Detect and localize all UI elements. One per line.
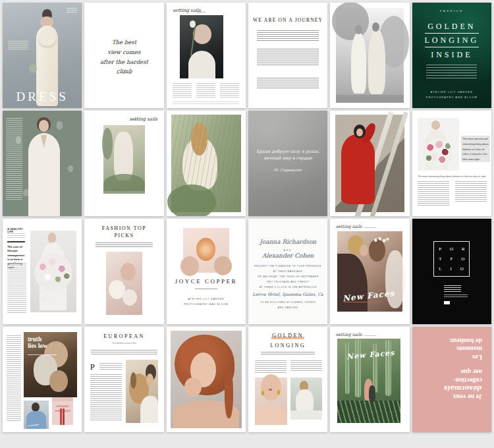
photo-portrait: [171, 331, 242, 428]
page-title-line: PICKS: [84, 233, 163, 238]
figure-dress: [188, 51, 215, 78]
lace-flower: [123, 289, 137, 306]
flower: [190, 20, 196, 28]
header-rule: [196, 12, 206, 13]
page-title-line: FASHION TOP: [84, 225, 163, 231]
figure-face: [39, 120, 48, 132]
quote-line: The best: [84, 38, 163, 47]
earring: [277, 390, 280, 395]
cactus-column: [345, 342, 350, 394]
photo-earring: [255, 378, 287, 425]
french-line: de bonheur.: [420, 336, 482, 345]
hair-strand: [225, 370, 233, 418]
text-lines: [67, 8, 77, 13]
hand-skin: [214, 256, 232, 275]
calligraphy-quote: Храни добрую силу в руках,: [248, 149, 327, 154]
veil: [385, 250, 405, 308]
figure-skin: [49, 370, 68, 393]
portfolio-frame: POR TFO LIO: [433, 241, 470, 277]
text-column: [418, 181, 449, 206]
overlay-line: BALINESE: [34, 279, 63, 287]
invite-line: TO BE FOLLOWED BY DINNER, DRINKS: [248, 301, 327, 304]
figure-dress-dark: [369, 385, 375, 403]
mini-cover-title: elegant emotions: [52, 404, 73, 412]
dog-ear: [130, 372, 136, 389]
photo-slip-dress: [290, 378, 322, 420]
photo-title: truth lies low: [28, 336, 47, 350]
text-lines: [7, 263, 26, 314]
intro-lines: [426, 65, 477, 80]
page-title-line: GOLDEN: [248, 333, 327, 339]
photo-bride-back: DRESS: [3, 3, 82, 108]
template-card-freckles-portrait: [167, 327, 246, 432]
text-lines: [444, 285, 461, 292]
template-card-red-coat: [330, 111, 409, 216]
cactus-column: [355, 339, 361, 398]
photo-lace-closeup: [106, 252, 142, 315]
text-column: [220, 83, 239, 99]
figure-bride-left: [351, 32, 367, 93]
page-subtitle: The Mediterranean Sea: [84, 342, 163, 345]
dress-bow: [38, 30, 55, 46]
template-grid: DRESS The best view comes after the hard…: [3, 3, 491, 432]
french-line: Je ne veux: [420, 392, 482, 401]
invite-and: AND: [248, 249, 327, 252]
hand-skin: [180, 256, 199, 276]
paragraph-lines: [257, 78, 319, 90]
template-card-journey-text: WE ARE ON A JOURNEY: [248, 3, 327, 108]
figure-chest: [255, 405, 287, 425]
figure-dress: [114, 132, 133, 180]
bouquet-flowers: [423, 138, 453, 169]
template-card-top-picks: FASHION TOP PICKS: [84, 219, 163, 324]
credit-line: ATELIER LILY GARDEN: [412, 91, 491, 94]
intro-lines: [96, 242, 153, 247]
text-column: [455, 181, 487, 202]
page-title: WE ARE ON A JOURNEY: [248, 17, 327, 23]
page-title: JOYCE COPPER: [167, 278, 246, 285]
template-card-flower-portrait: setting sails: [167, 3, 246, 108]
template-card-script-quote: The best view comes after the hardest cl…: [84, 3, 163, 108]
header-rule: [364, 227, 376, 229]
bouquet: [29, 64, 37, 73]
portfolio-row: LIO: [439, 266, 469, 271]
lips: [269, 389, 271, 391]
french-line: Les: [420, 352, 482, 361]
figure-face: [356, 128, 363, 136]
figure-face: [261, 374, 281, 401]
template-card-balinese-story: A HEALTHY LIFE The core of lifestyle man…: [3, 219, 82, 324]
photo-sheer-dress: [103, 125, 145, 190]
grass: [103, 174, 145, 194]
photo-bouquet-bride: A BALINESE LOVE STORY: [30, 231, 76, 313]
figure-head: [431, 121, 440, 130]
mini-cover-line: emotions: [52, 408, 73, 413]
overlay-line: LOVE: [34, 287, 63, 295]
page-title-line: LONGING: [248, 343, 327, 349]
text-column: [7, 335, 21, 422]
template-card-bouquet-article: The most special and interesting thing a…: [412, 111, 491, 216]
figure-head: [372, 22, 379, 32]
photo-flower-girl: [180, 15, 223, 78]
highlighted-quote: The most special and interesting thing a…: [461, 136, 490, 162]
figure-shirt-blue: [26, 411, 46, 430]
template-card-lace-dress-photo: [3, 111, 82, 216]
boy-shirt: [140, 396, 158, 422]
photo-cacti-garden: New Faces: [337, 339, 400, 423]
photo-bouquet-bride: [418, 118, 459, 171]
photo-grass: [171, 115, 241, 211]
cover-title: DRESS: [3, 90, 82, 104]
template-card-portfolio: POR TFO LIO: [412, 219, 491, 324]
figure-face: [360, 244, 368, 256]
invite-line: REQUEST THE PLEASURE OF YOUR PRESENCE: [248, 265, 327, 267]
tree-shadow: [332, 3, 370, 40]
boy-face: [146, 374, 153, 386]
title-rule: [425, 47, 479, 47]
intro-lines: [261, 352, 315, 356]
agave-spikes: [337, 401, 400, 422]
text-lines: [99, 363, 122, 371]
template-collage: { "palette":{ "page_bg":"#e9e9e9","card_…: [0, 0, 494, 448]
template-card-invitation: Joanna Richardson AND Alexander Cohen RE…: [248, 219, 327, 324]
credit-line: PHOTOGRAPHY ANN BLOOM: [412, 96, 491, 99]
cover-title-line: INSIDE: [412, 50, 491, 60]
section-header: setting sails: [173, 8, 201, 13]
text-column: [255, 360, 287, 374]
